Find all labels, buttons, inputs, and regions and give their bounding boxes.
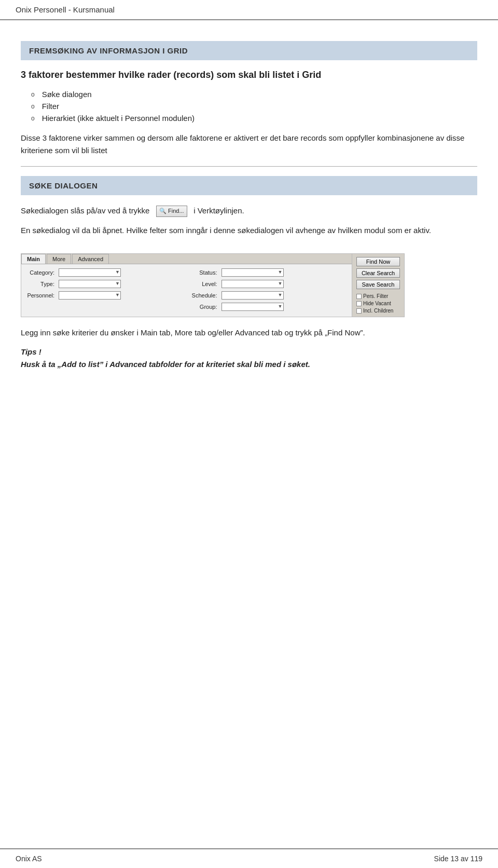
group-label: Group: xyxy=(189,304,219,310)
status-input[interactable] xyxy=(222,268,284,277)
section2-heading: SØKE DIALOGEN xyxy=(21,176,477,195)
group-input[interactable] xyxy=(222,303,284,311)
hide-vacant-checkbox[interactable] xyxy=(356,301,362,306)
schedule-label: Schedule: xyxy=(189,292,219,299)
pers-filter-row: Pers. Filter xyxy=(356,293,400,299)
main-content: FREMSØKING AV INFORMASJON I GRID 3 fakto… xyxy=(0,20,498,412)
category-input[interactable] xyxy=(59,268,121,277)
dialog-tabs: Main More Advanced xyxy=(21,254,352,264)
dialog-checkboxes: Pers. Filter Hide Vacant Incl. Children xyxy=(356,293,400,314)
hide-vacant-label: Hide Vacant xyxy=(363,301,391,306)
dialog-right-panel: Find Now Clear Search Save Search Pers. … xyxy=(352,254,404,317)
field-type: Type: xyxy=(26,280,184,288)
field-personnel: Personnel: xyxy=(26,291,184,300)
field-schedule: Schedule: xyxy=(189,291,347,300)
list-item: Hierarkiet (ikke aktuelt i Personnel mod… xyxy=(31,114,477,123)
section1-main-text: 3 faktorer bestemmer hvilke rader (recor… xyxy=(21,70,477,80)
level-label: Level: xyxy=(189,281,219,287)
section1-heading: FREMSØKING AV INFORMASJON I GRID xyxy=(21,41,477,60)
pers-filter-checkbox[interactable] xyxy=(356,294,362,299)
footer-company: Onix AS xyxy=(16,855,42,863)
personnel-input[interactable] xyxy=(59,291,121,300)
clear-search-button[interactable]: Clear Search xyxy=(356,268,400,278)
incl-children-row: Incl. Children xyxy=(356,308,400,314)
section2-paragraph1: Søkedialogen slås på/av ved å trykke 🔍 F… xyxy=(21,205,477,217)
find-now-button[interactable]: Find Now xyxy=(356,257,400,266)
pers-filter-label: Pers. Filter xyxy=(363,293,388,299)
schedule-input[interactable] xyxy=(222,291,284,300)
incl-children-checkbox[interactable] xyxy=(356,308,362,314)
type-label: Type: xyxy=(26,281,57,287)
find-button-inline[interactable]: 🔍 Find... xyxy=(156,206,187,217)
type-input[interactable] xyxy=(59,280,121,288)
tab-main[interactable]: Main xyxy=(21,254,46,264)
category-label: Category: xyxy=(26,269,57,276)
page-header: Onix Personell - Kursmanual xyxy=(0,0,498,20)
section-divider xyxy=(21,166,477,167)
page-footer: Onix AS Side 13 av 119 xyxy=(0,848,498,868)
personnel-label: Personnel: xyxy=(26,292,57,299)
status-label: Status: xyxy=(189,269,219,276)
section1-paragraph: Disse 3 faktorene virker sammen og derso… xyxy=(21,132,477,157)
list-item: Filter xyxy=(31,102,477,111)
tab-more[interactable]: More xyxy=(47,254,71,264)
incl-children-label: Incl. Children xyxy=(363,308,393,314)
bullet-list: Søke dialogen Filter Hierarkiet (ikke ak… xyxy=(31,90,477,123)
dialog-fields: Category: Status: Type: xyxy=(21,264,352,315)
save-search-button[interactable]: Save Search xyxy=(356,280,400,289)
tips-text: Husk å ta „Add to list” i Advanced tabfo… xyxy=(21,358,477,371)
field-status: Status: xyxy=(189,268,347,277)
field-level: Level: xyxy=(189,280,347,288)
tips-label: Tips ! xyxy=(21,347,477,356)
field-empty xyxy=(26,303,184,311)
dialog-left-panel: Main More Advanced Category: xyxy=(21,254,352,317)
header-title: Onix Personell - Kursmanual xyxy=(16,5,115,14)
list-item: Søke dialogen xyxy=(31,90,477,99)
footer-page-info: Side 13 av 119 xyxy=(434,855,482,863)
field-category: Category: xyxy=(26,268,184,277)
section2-paragraph3: Legg inn søke kriterier du ønsker i Main… xyxy=(21,327,477,339)
dialog-inner: Main More Advanced Category: xyxy=(21,254,404,317)
field-group: Group: xyxy=(189,303,347,311)
hide-vacant-row: Hide Vacant xyxy=(356,301,400,306)
section2-paragraph2: En søkedialog vil da bli åpnet. Hvilke f… xyxy=(21,224,477,237)
level-input[interactable] xyxy=(222,280,284,288)
dialog-screenshot: Main More Advanced Category: xyxy=(21,253,405,317)
tab-advanced[interactable]: Advanced xyxy=(72,254,109,264)
